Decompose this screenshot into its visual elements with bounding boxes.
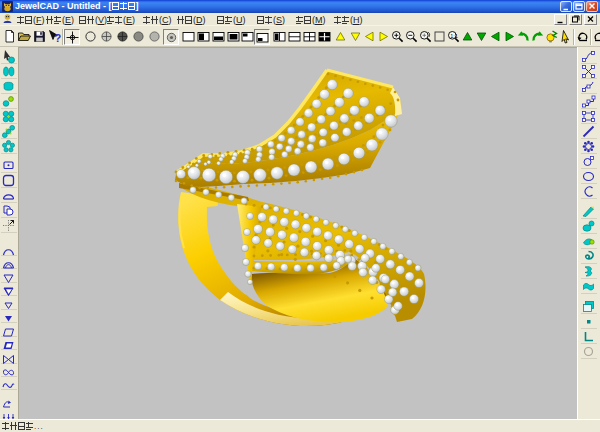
svg-text:1:1: 1:1: [450, 33, 458, 39]
svg-text:?: ?: [55, 32, 62, 44]
